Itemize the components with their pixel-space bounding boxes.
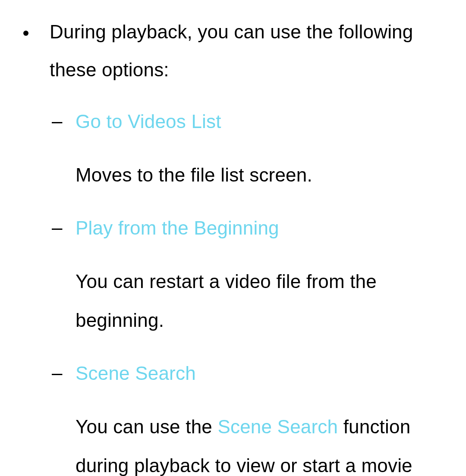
option-title: Play from the Beginning xyxy=(76,217,453,240)
option-description: You can restart a video file from the be… xyxy=(76,262,453,340)
outer-list: During playback, you can use the followi… xyxy=(13,13,453,476)
option-play-from-beginning: Play from the Beginning You can restart … xyxy=(52,217,453,340)
option-go-to-videos-list: Go to Videos List Moves to the file list… xyxy=(52,110,453,194)
option-title: Scene Search xyxy=(76,362,453,385)
desc-text-before: You can use the xyxy=(76,416,217,437)
outer-list-item: During playback, you can use the followi… xyxy=(37,13,453,476)
options-list: Go to Videos List Moves to the file list… xyxy=(50,110,453,476)
option-description: You can use the Scene Search function du… xyxy=(76,407,453,476)
option-title: Go to Videos List xyxy=(76,110,453,133)
desc-keyword-scene-search: Scene Search xyxy=(217,416,338,437)
option-description: Moves to the file list screen. xyxy=(76,156,453,194)
option-scene-search: Scene Search You can use the Scene Searc… xyxy=(52,362,453,476)
document-page: During playback, you can use the followi… xyxy=(0,0,466,476)
intro-text: During playback, you can use the followi… xyxy=(50,13,453,89)
